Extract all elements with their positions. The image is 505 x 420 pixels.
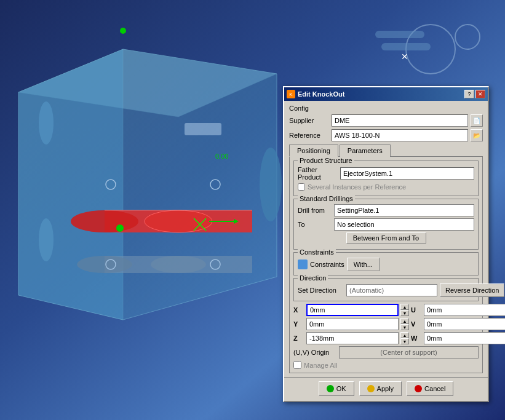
cancel-button[interactable]: Cancel (407, 381, 453, 396)
cancel-label: Cancel (424, 385, 445, 392)
w-coord-row: W ▲ ▼ (411, 332, 505, 344)
dialog-title-bar: K Edit KnockOut ? ✕ (284, 87, 488, 101)
y-coord-row: Y ▲ ▼ (293, 318, 409, 330)
constraints-label: Constraints (310, 261, 344, 268)
svg-point-6 (71, 210, 138, 232)
u-label: U (411, 306, 422, 314)
svg-rect-15 (185, 123, 221, 135)
z-coord-row: Z ▲ ▼ (293, 332, 409, 344)
x-spin-up[interactable]: ▲ (400, 304, 409, 310)
standard-drillings-group: Standard Drillings Drill from To Between… (293, 199, 479, 250)
constraints-content: Constraints With... (298, 255, 474, 271)
ok-label: OK (336, 385, 346, 392)
manage-all-row: Manage All (293, 361, 479, 369)
svg-point-29 (116, 224, 124, 232)
reverse-direction-button[interactable]: Reverse Direction (440, 283, 504, 297)
father-product-row: Father Product (298, 166, 474, 181)
drill-from-input[interactable] (334, 204, 474, 216)
drill-from-label: Drill from (298, 207, 332, 214)
svg-rect-27 (381, 43, 431, 50)
svg-point-11 (77, 256, 132, 273)
reference-row: Reference 📂 (289, 129, 483, 141)
set-direction-input[interactable] (346, 284, 437, 296)
supplier-input[interactable] (332, 114, 468, 127)
uv-origin-input[interactable] (339, 346, 479, 359)
dialog-content: Config Supplier 📄 Reference 📂 Positionin… (284, 101, 488, 377)
manage-all-checkbox[interactable] (293, 361, 301, 369)
y-spinner: ▲ ▼ (400, 318, 409, 330)
config-label: Config (289, 105, 483, 112)
constraints-title: Constraints (298, 248, 336, 256)
tab-panel-positioning: Product Structure Father Product Several… (289, 157, 483, 373)
supplier-row: Supplier 📄 (289, 114, 483, 127)
apply-icon (367, 385, 375, 392)
ok-icon (327, 385, 334, 392)
v-input[interactable] (424, 318, 505, 330)
standard-drillings-title: Standard Drillings (298, 195, 355, 202)
product-structure-title: Product Structure (298, 157, 354, 164)
with-button[interactable]: With... (347, 258, 380, 271)
father-product-input[interactable] (340, 167, 474, 180)
tab-parameters[interactable]: Parameters (340, 145, 391, 157)
apply-button[interactable]: Apply (359, 381, 402, 396)
z-label: Z (293, 335, 304, 342)
uv-origin-row: (U,V) Origin (293, 346, 479, 359)
w-input[interactable] (424, 332, 505, 344)
standard-drillings-content: Drill from To Between From and To (298, 202, 474, 244)
title-bar-left: K Edit KnockOut (287, 90, 344, 98)
product-structure-content: Father Product Several Instances per Ref… (298, 164, 474, 191)
drill-to-input[interactable] (334, 218, 474, 231)
reference-input[interactable] (332, 129, 468, 141)
constraints-group: Constraints Constraints With... (293, 252, 479, 275)
x-spinner: ▲ ▼ (400, 304, 409, 316)
set-direction-label: Set Direction (298, 287, 344, 294)
y-spin-up[interactable]: ▲ (400, 318, 409, 324)
svg-marker-3 (18, 49, 123, 320)
title-bar-buttons: ? ✕ (464, 90, 485, 98)
svg-point-12 (39, 101, 54, 145)
u-input[interactable] (424, 304, 505, 316)
close-button[interactable]: ✕ (475, 90, 485, 98)
supplier-label: Supplier (289, 117, 329, 124)
constraint-icon (298, 260, 308, 269)
svg-text:✕: ✕ (401, 52, 408, 61)
dialog-icon: K (287, 90, 295, 98)
ok-button[interactable]: OK (319, 381, 354, 396)
tabs-container: Positioning Parameters (289, 144, 483, 157)
dialog-bottom-buttons: OK Apply Cancel (284, 377, 488, 401)
cancel-icon (415, 385, 422, 392)
z-spinner: ▲ ▼ (400, 332, 409, 344)
v-coord-row: V ▲ ▼ (411, 318, 505, 330)
several-instances-row: Several Instances per Reference (298, 183, 474, 191)
father-product-label: Father Product (298, 166, 338, 181)
svg-point-14 (260, 148, 282, 221)
reference-browse-button[interactable]: 📂 (471, 129, 483, 141)
drill-from-row: Drill from (298, 204, 474, 216)
several-instances-checkbox[interactable] (298, 183, 305, 191)
between-from-to-button[interactable]: Between From and To (346, 232, 426, 244)
y-spin-down[interactable]: ▼ (400, 324, 409, 330)
z-spin-up[interactable]: ▲ (400, 332, 409, 338)
z-input[interactable] (306, 332, 399, 344)
drill-to-row: To (298, 218, 474, 231)
x-input[interactable] (306, 304, 399, 316)
direction-row: Set Direction Reverse Direction (298, 283, 474, 297)
x-label: X (293, 306, 304, 314)
u-coord-row: U ▲ ▼ (411, 304, 505, 316)
dialog-title: Edit KnockOut (298, 90, 344, 98)
v-label: V (411, 320, 422, 328)
several-instances-label: Several Instances per Reference (308, 183, 406, 191)
svg-text:0,00: 0,00 (215, 153, 228, 160)
x-spin-down[interactable]: ▼ (400, 310, 409, 316)
y-input[interactable] (306, 318, 399, 330)
manage-all-label: Manage All (304, 362, 337, 369)
apply-label: Apply (377, 385, 394, 392)
coordinates-grid: X ▲ ▼ U ▲ ▼ (293, 304, 479, 344)
tab-positioning[interactable]: Positioning (289, 145, 338, 157)
supplier-browse-button[interactable]: 📄 (471, 114, 483, 127)
z-spin-down[interactable]: ▼ (400, 338, 409, 344)
svg-point-13 (39, 218, 54, 261)
product-structure-group: Product Structure Father Product Several… (293, 160, 479, 196)
help-button[interactable]: ? (464, 90, 474, 98)
direction-title: Direction (298, 274, 328, 282)
